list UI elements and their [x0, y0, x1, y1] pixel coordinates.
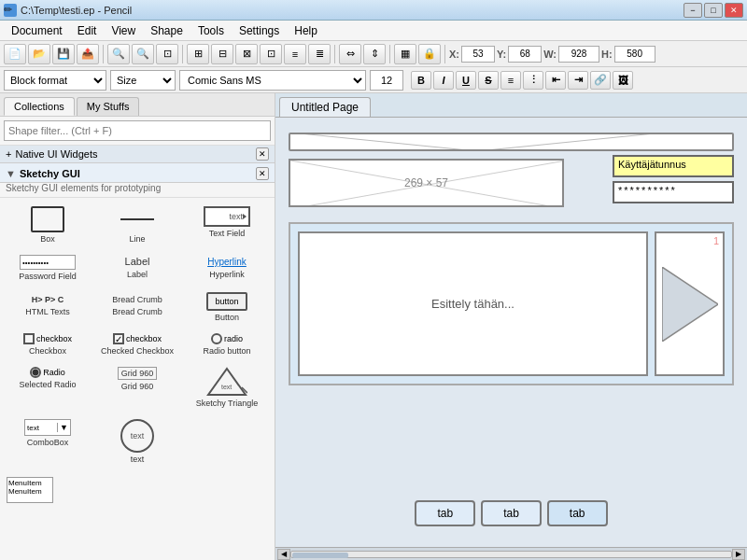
content-main-box: Esittely tähän...	[298, 231, 648, 376]
left-panel-wrapper: Collections My Stuffs + Native UI Widget…	[0, 93, 275, 560]
combobox-label: ComboBox	[27, 438, 69, 447]
svg-marker-0	[208, 369, 246, 395]
tab-collections[interactable]: Collections	[4, 97, 75, 116]
widget-hyperlink[interactable]: Hyperlink Hyperlink	[183, 250, 271, 286]
plus-icon: +	[6, 148, 11, 160]
save-button[interactable]: 💾	[52, 44, 75, 64]
close-button[interactable]: ✕	[725, 3, 743, 18]
align-middle-button[interactable]: ≡	[284, 44, 306, 64]
radio-preview: radio	[211, 333, 243, 344]
toolbar1: 📄 📂 💾 📤 🔍 🔍 ⊡ ⊞ ⊟ ⊠ ⊡ ≡ ≣ ⇔ ⇕ ▦ 🔒 X: Y: …	[0, 41, 747, 67]
strikethrough-button[interactable]: S	[478, 71, 499, 90]
selected-radio-preview: Radio	[30, 367, 65, 378]
page-tabs: Untitled Page	[275, 93, 747, 118]
distribute-v-button[interactable]: ⇕	[363, 44, 386, 64]
widget-combobox[interactable]: text ▼ ComboBox	[4, 414, 92, 469]
menu-view[interactable]: View	[104, 22, 143, 39]
font-select[interactable]: Comic Sans MS	[179, 70, 366, 91]
widget-password[interactable]: •••••••••• Password Field	[4, 250, 92, 286]
zoom-out-button[interactable]: 🔍	[132, 44, 154, 64]
hscroll-thumb[interactable]	[292, 553, 348, 558]
breadcrumb-label: Bread Crumb	[112, 307, 162, 316]
zoom-fit-button[interactable]: ⊡	[156, 44, 178, 64]
block-format-select[interactable]: Block format	[4, 70, 106, 91]
lock-button[interactable]: 🔒	[418, 44, 441, 64]
hscroll-track	[290, 551, 732, 558]
numbered-list-button[interactable]: ⋮	[523, 71, 543, 90]
hscroll-left-button[interactable]: ◀	[277, 549, 290, 560]
minimize-button[interactable]: −	[684, 3, 702, 18]
widget-breadcrumb[interactable]: Bread Crumb Bread Crumb	[93, 287, 181, 327]
content-side-box: 1	[655, 231, 725, 376]
bold-button[interactable]: B	[411, 71, 431, 90]
widget-grid960[interactable]: Grid 960 Grid 960	[93, 362, 181, 413]
sketchy-gui-group-header[interactable]: ▼ Sketchy GUI ✕	[0, 163, 275, 183]
indent-left-button[interactable]: ⇤	[545, 71, 566, 90]
widget-box[interactable]: Box	[4, 202, 92, 248]
triangle-prev: text	[206, 367, 247, 397]
bullet-list-button[interactable]: ≡	[500, 71, 521, 90]
radio-label: Radio button	[203, 346, 250, 356]
underline-button[interactable]: U	[456, 71, 476, 90]
x-input[interactable]	[461, 46, 495, 63]
menu-settings[interactable]: Settings	[232, 22, 287, 39]
w-coord: W:	[543, 46, 599, 63]
distribute-h-button[interactable]: ⇔	[339, 44, 361, 64]
combobox-preview: text ▼	[24, 419, 71, 436]
native-ui-close-button[interactable]: ✕	[256, 147, 269, 161]
menu-help[interactable]: Help	[287, 22, 325, 39]
widget-button[interactable]: button Button	[183, 287, 271, 327]
h-input[interactable]	[614, 46, 655, 63]
shape-filter-input[interactable]	[4, 120, 271, 141]
widget-selected-radio[interactable]: Radio Selected Radio	[4, 362, 92, 413]
align-right-button[interactable]: ⊠	[235, 44, 258, 64]
tab-mystuffs[interactable]: My Stuffs	[77, 97, 140, 116]
italic-button[interactable]: I	[433, 71, 454, 90]
size-select[interactable]: Size	[110, 70, 176, 91]
align-top-button[interactable]: ⊡	[260, 44, 282, 64]
triangle-svg: text	[206, 367, 247, 397]
group-button[interactable]: ▦	[394, 44, 416, 64]
menu-bar: Document Edit View Shape Tools Settings …	[0, 21, 747, 41]
native-ui-group-header[interactable]: + Native UI Widgets ✕	[0, 146, 275, 163]
widget-htmltexts[interactable]: H> P> C HTML Texts	[4, 287, 92, 327]
widget-label[interactable]: Label Label	[93, 250, 181, 286]
indent-right-button[interactable]: ⇥	[568, 71, 588, 90]
canvas-tab-2[interactable]: tab	[481, 500, 542, 526]
canvas-tab-3[interactable]: tab	[547, 500, 608, 526]
y-input[interactable]	[508, 46, 542, 63]
canvas-area[interactable]: 269 × 57 Käyttäjätunnus ********** Esitt…	[275, 118, 747, 547]
align-left-button[interactable]: ⊞	[187, 44, 209, 64]
sketchy-gui-close-button[interactable]: ✕	[256, 167, 269, 180]
hscroll-right-button[interactable]: ▶	[732, 549, 745, 560]
svg-line-3	[290, 133, 477, 151]
page-tab-untitled[interactable]: Untitled Page	[279, 97, 371, 117]
widget-menulist[interactable]: MenuItem MenuItem	[4, 472, 56, 510]
main-area: Collections My Stuffs + Native UI Widget…	[0, 93, 747, 560]
image-button[interactable]: 🖼	[613, 71, 633, 90]
menu-tools[interactable]: Tools	[190, 22, 232, 39]
align-center-button[interactable]: ⊟	[211, 44, 233, 64]
menu-document[interactable]: Document	[4, 22, 70, 39]
w-input[interactable]	[558, 46, 599, 63]
widget-checked-checkbox[interactable]: ✓ checkbox Checked Checkbox	[93, 329, 181, 360]
menu-shape[interactable]: Shape	[143, 22, 190, 39]
maximize-button[interactable]: □	[704, 3, 723, 18]
widget-textfield[interactable]: text Text Field	[183, 202, 271, 248]
new-button[interactable]: 📄	[4, 44, 26, 64]
widget-radio[interactable]: radio Radio button	[183, 329, 271, 360]
align-bottom-button[interactable]: ≣	[308, 44, 331, 64]
widget-circle-text[interactable]: text text	[93, 414, 181, 469]
open-button[interactable]: 📂	[28, 44, 50, 64]
widget-checkbox[interactable]: checkbox Checkbox	[4, 329, 92, 360]
widget-grid: Box Line text	[0, 198, 275, 472]
link-button[interactable]: 🔗	[590, 71, 611, 90]
widget-line[interactable]: Line	[93, 202, 181, 248]
widget-triangle[interactable]: text Sketchy Triangle	[183, 362, 271, 413]
export-button[interactable]: 📤	[77, 44, 99, 64]
font-size-input[interactable]	[370, 70, 403, 91]
zoom-in-button[interactable]: 🔍	[107, 44, 130, 64]
menu-edit[interactable]: Edit	[70, 22, 105, 39]
collections-tabs: Collections My Stuffs	[0, 93, 275, 117]
canvas-tab-1[interactable]: tab	[415, 500, 475, 526]
